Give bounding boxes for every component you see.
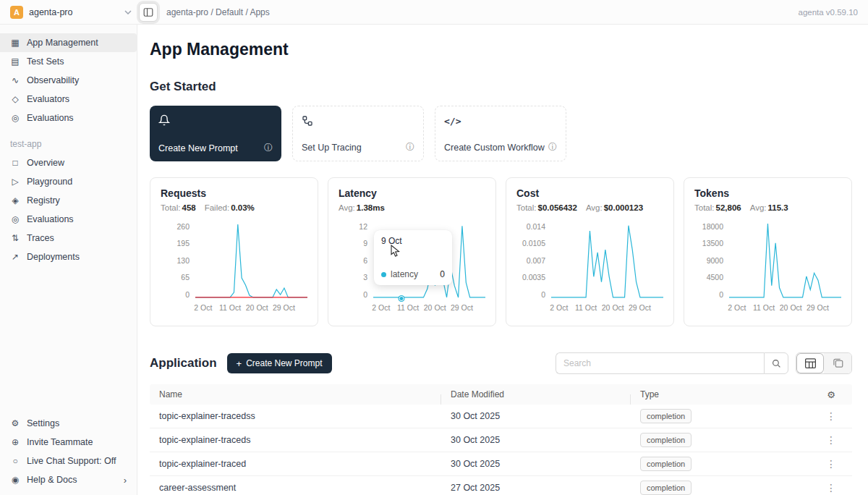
plus-icon: + xyxy=(237,358,242,369)
mouse-cursor-icon xyxy=(391,245,400,259)
sidebar-item-label: Evaluators xyxy=(27,94,69,104)
evaluations-icon: ◎ xyxy=(10,214,20,224)
y-tick-label: 260 xyxy=(176,223,190,231)
search-button[interactable] xyxy=(764,352,788,374)
sidebar-item-evaluations[interactable]: ◎Evaluations xyxy=(0,109,137,127)
series-tokens xyxy=(729,224,841,297)
y-axis-labels: 129630 xyxy=(339,223,367,298)
y-tick-label: 9 xyxy=(363,240,367,248)
apps-table: NameDate ModifiedType⚙ topic-explainer-t… xyxy=(150,384,852,495)
workspace-name: agenta-pro xyxy=(29,7,72,17)
sidebar-item-invite-teammate[interactable]: ⊕Invite Teammate xyxy=(0,433,137,452)
kebab-menu-icon[interactable]: ⋮ xyxy=(826,482,836,494)
sidebar-item-evaluations[interactable]: ◎Evaluations xyxy=(0,210,137,229)
table-row[interactable]: topic-explainer-traced30 Oct 2025complet… xyxy=(150,452,852,476)
gear-icon[interactable]: ⚙ xyxy=(827,389,835,400)
sidebar-item-playground[interactable]: ▷Playground xyxy=(0,172,137,191)
stat-card-tokens: TokensTotal:52,806Avg:115.31800013500900… xyxy=(684,177,852,326)
search-input[interactable] xyxy=(556,352,764,374)
sidebar-item-app-management[interactable]: ▦App Management xyxy=(0,33,137,52)
table-row[interactable]: topic-explainer-tracedss30 Oct 2025compl… xyxy=(150,405,852,428)
y-tick-label: 130 xyxy=(176,257,190,265)
stat-avg: Avg:$0.000123 xyxy=(586,203,643,212)
app-type-cell: completion xyxy=(631,481,810,495)
sidebar-item-test-sets[interactable]: ▤Test Sets xyxy=(0,52,137,71)
sidebar-item-evaluators[interactable]: ◇Evaluators xyxy=(0,90,137,109)
y-tick-label: 13500 xyxy=(702,240,723,248)
get-started-card-create-new-prompt[interactable]: Create New Promptⓘ xyxy=(150,106,281,161)
chart: 260195130650 xyxy=(161,223,307,298)
search-icon xyxy=(772,359,781,368)
sidebar-item-label: Invite Teammate xyxy=(27,437,93,447)
x-axis-labels: 2 Oct11 Oct20 Oct29 Oct xyxy=(551,303,663,313)
sidebar-item-help-docs[interactable]: ◉Help & Docs› xyxy=(0,470,137,489)
x-tick-label: 2 Oct xyxy=(194,303,212,312)
settings-icon: ⚙ xyxy=(10,418,20,428)
sidebar-item-label: Overview xyxy=(27,158,64,168)
row-actions: ⋮ xyxy=(810,410,852,422)
table-row[interactable]: career-assessment27 Oct 2025completion⋮ xyxy=(150,476,852,495)
bell-icon xyxy=(158,114,273,127)
column-header-name[interactable]: Name xyxy=(150,389,441,399)
row-actions: ⋮ xyxy=(810,458,852,470)
stat-card-cost: CostTotal:$0.056432Avg:$0.0001230.0140.0… xyxy=(506,177,674,326)
type-badge: completion xyxy=(640,457,692,471)
app-name: topic-explainer-tracedss xyxy=(150,411,441,421)
stat-value: 458 xyxy=(182,203,196,212)
chart-plot[interactable] xyxy=(551,223,663,298)
evaluations-icon: ◎ xyxy=(10,113,20,123)
info-icon: ⓘ xyxy=(548,141,557,153)
column-header-date-modified[interactable]: Date Modified xyxy=(441,389,631,399)
sidebar: ▦App Management▤Test Sets∿Observability◇… xyxy=(0,25,137,495)
app-type-cell: completion xyxy=(631,433,810,447)
y-tick-label: 0.0035 xyxy=(522,274,545,282)
tooltip-series-row: latency0 xyxy=(381,269,445,279)
y-tick-label: 9000 xyxy=(707,257,723,265)
chart-plot[interactable] xyxy=(729,223,841,298)
stat-avg: Avg:115.3 xyxy=(750,203,788,212)
get-started-card-label: Create New Prompt xyxy=(158,143,238,153)
row-actions: ⋮ xyxy=(810,434,852,446)
app-management-icon: ▦ xyxy=(10,38,20,48)
series-requests xyxy=(195,224,307,297)
table-view-button[interactable] xyxy=(796,353,824,373)
sidebar-item-settings[interactable]: ⚙Settings xyxy=(0,414,137,433)
y-tick-label: 12 xyxy=(359,223,367,231)
get-started-card-set-up-tracing[interactable]: Set Up Tracingⓘ xyxy=(292,106,424,161)
sidebar-item-deployments[interactable]: ↗Deployments xyxy=(0,248,137,266)
sidebar-toggle-button[interactable] xyxy=(139,3,158,22)
table-row[interactable]: topic-explainer-traceds30 Oct 2025comple… xyxy=(150,428,852,452)
sidebar-section-label: test-app xyxy=(0,127,137,153)
sidebar-item-overview[interactable]: □Overview xyxy=(0,153,137,172)
version-label: agenta v0.59.10 xyxy=(799,8,859,17)
sidebar-item-label: Playground xyxy=(27,177,72,187)
sidebar-item-live-chat-support-off[interactable]: ○Live Chat Support: Off xyxy=(0,452,137,470)
chart-plot[interactable] xyxy=(195,223,307,298)
x-tick-label: 11 Oct xyxy=(575,303,597,312)
sidebar-item-label: Observability xyxy=(27,75,79,85)
sidebar-item-registry[interactable]: ◈Registry xyxy=(0,191,137,210)
sidebar-item-observability[interactable]: ∿Observability xyxy=(0,71,137,90)
y-tick-label: 0 xyxy=(185,291,190,299)
x-tick-label: 29 Oct xyxy=(807,303,829,312)
create-new-prompt-button[interactable]: + Create New Prompt xyxy=(227,353,332,373)
chevron-right-icon: › xyxy=(124,475,127,486)
kebab-menu-icon[interactable]: ⋮ xyxy=(826,434,836,446)
kebab-menu-icon[interactable]: ⋮ xyxy=(826,458,836,470)
stat-card-stats: Total:458Failed:0.03% xyxy=(161,203,307,212)
chart-line-svg xyxy=(551,223,663,298)
workspace-avatar: A xyxy=(10,6,23,19)
column-header-type[interactable]: Type xyxy=(631,389,810,399)
workspace-selector[interactable]: A agenta-pro xyxy=(10,6,132,19)
series-dot xyxy=(381,272,386,277)
get-started-title: Get Started xyxy=(150,80,852,94)
sidebar-main-group: ▦App Management▤Test Sets∿Observability◇… xyxy=(0,33,137,127)
sidebar-collapse-icon xyxy=(143,7,153,17)
sidebar-item-traces[interactable]: ⇅Traces xyxy=(0,229,137,248)
card-view-button[interactable] xyxy=(824,353,851,373)
chart-tooltip: 9 Octlatency0 xyxy=(374,230,452,285)
get-started-card-create-custom-workflow[interactable]: </>Create Custom Workflowⓘ xyxy=(435,106,566,161)
kebab-menu-icon[interactable]: ⋮ xyxy=(826,410,836,422)
test-sets-icon: ▤ xyxy=(10,56,20,67)
y-axis-labels: 260195130650 xyxy=(161,223,190,298)
